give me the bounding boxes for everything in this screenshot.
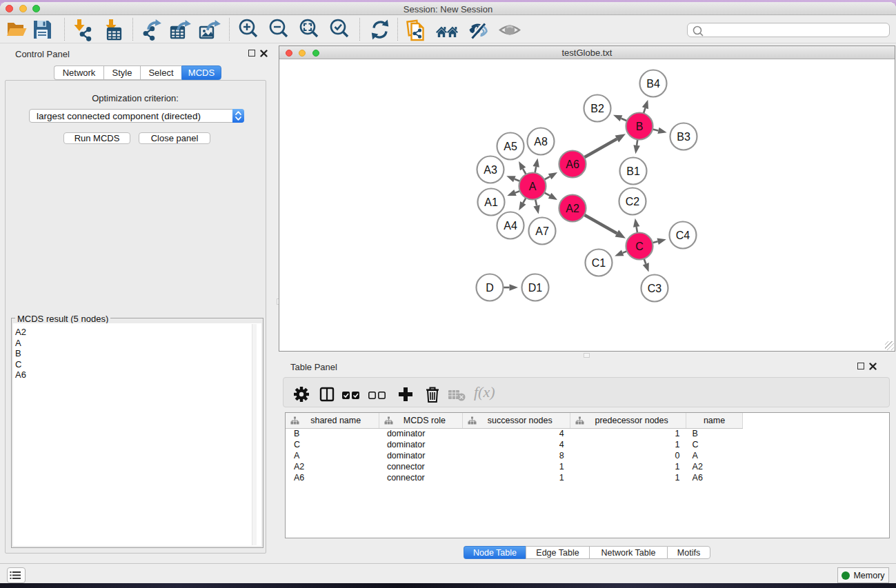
svg-text:B1: B1 [626,165,640,177]
svg-text:C3: C3 [648,283,662,294]
svg-text:A4: A4 [504,220,517,232]
svg-text:A1: A1 [484,196,498,208]
svg-text:A: A [529,181,537,192]
svg-text:C: C [635,241,644,252]
svg-text:C1: C1 [592,257,606,269]
svg-text:D1: D1 [528,282,543,294]
svg-text:C4: C4 [676,230,690,241]
svg-text:B3: B3 [677,131,690,143]
svg-text:A2: A2 [566,203,579,214]
svg-text:A7: A7 [535,225,549,237]
svg-text:A3: A3 [484,164,497,176]
svg-text:A6: A6 [566,159,579,170]
svg-text:B: B [636,121,644,132]
svg-text:C2: C2 [626,196,640,207]
svg-text:B2: B2 [590,103,604,114]
svg-text:A8: A8 [534,136,548,148]
svg-text:A5: A5 [504,141,517,152]
svg-text:D: D [486,282,494,294]
svg-text:B4: B4 [646,78,660,90]
